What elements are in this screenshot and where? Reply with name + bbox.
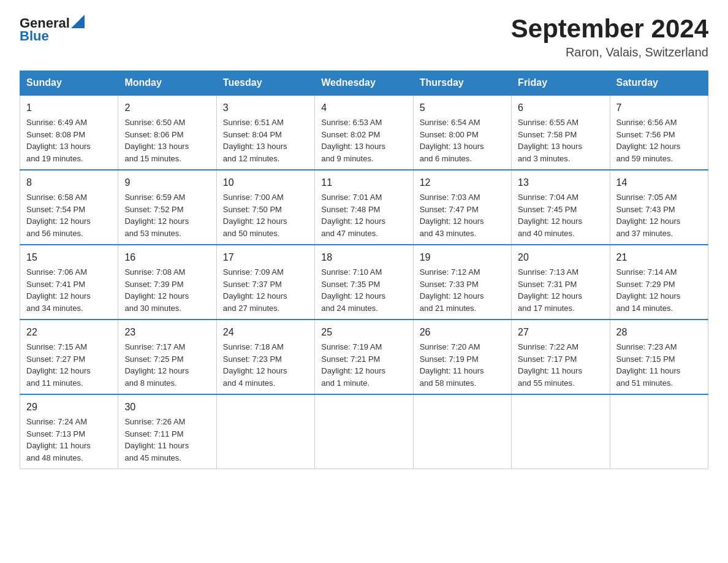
calendar-cell: 9Sunrise: 6:59 AM Sunset: 7:52 PM Daylig…: [118, 170, 216, 245]
calendar-cell: 8Sunrise: 6:58 AM Sunset: 7:54 PM Daylig…: [20, 170, 118, 245]
day-number: 13: [518, 175, 603, 190]
calendar-week-row: 1Sunrise: 6:49 AM Sunset: 8:08 PM Daylig…: [20, 95, 708, 170]
day-number: 17: [223, 250, 308, 265]
day-info: Sunrise: 6:54 AM Sunset: 8:00 PM Dayligh…: [420, 117, 505, 164]
calendar-week-row: 8Sunrise: 6:58 AM Sunset: 7:54 PM Daylig…: [20, 170, 708, 245]
calendar-cell: 16Sunrise: 7:08 AM Sunset: 7:39 PM Dayli…: [118, 245, 216, 320]
calendar-header-row: SundayMondayTuesdayWednesdayThursdayFrid…: [20, 71, 708, 96]
calendar-cell: 18Sunrise: 7:10 AM Sunset: 7:35 PM Dayli…: [315, 245, 413, 320]
calendar-cell: 23Sunrise: 7:17 AM Sunset: 7:25 PM Dayli…: [118, 320, 216, 394]
day-number: 12: [420, 175, 505, 190]
day-number: 10: [223, 175, 308, 190]
day-info: Sunrise: 6:51 AM Sunset: 8:04 PM Dayligh…: [223, 117, 308, 164]
day-info: Sunrise: 7:23 AM Sunset: 7:15 PM Dayligh…: [616, 341, 702, 389]
day-info: Sunrise: 6:50 AM Sunset: 8:06 PM Dayligh…: [124, 117, 210, 164]
calendar-cell: 26Sunrise: 7:20 AM Sunset: 7:19 PM Dayli…: [413, 320, 511, 394]
calendar-cell: [216, 394, 314, 469]
calendar-week-row: 15Sunrise: 7:06 AM Sunset: 7:41 PM Dayli…: [20, 245, 708, 320]
calendar-cell: [315, 394, 413, 469]
calendar-week-row: 29Sunrise: 7:24 AM Sunset: 7:13 PM Dayli…: [20, 394, 708, 469]
calendar-cell: 19Sunrise: 7:12 AM Sunset: 7:33 PM Dayli…: [413, 245, 511, 320]
day-info: Sunrise: 7:26 AM Sunset: 7:11 PM Dayligh…: [124, 416, 210, 464]
calendar-cell: 27Sunrise: 7:22 AM Sunset: 7:17 PM Dayli…: [512, 320, 610, 394]
svg-marker-0: [71, 15, 85, 28]
day-number: 7: [616, 101, 702, 115]
day-number: 21: [616, 250, 702, 265]
day-info: Sunrise: 7:03 AM Sunset: 7:47 PM Dayligh…: [420, 191, 505, 239]
day-info: Sunrise: 7:04 AM Sunset: 7:45 PM Dayligh…: [518, 191, 603, 239]
day-info: Sunrise: 7:08 AM Sunset: 7:39 PM Dayligh…: [124, 266, 210, 314]
day-number: 30: [124, 400, 210, 415]
calendar-cell: 6Sunrise: 6:55 AM Sunset: 7:58 PM Daylig…: [512, 95, 610, 170]
day-number: 29: [26, 400, 112, 415]
day-number: 23: [124, 325, 210, 340]
calendar-cell: 3Sunrise: 6:51 AM Sunset: 8:04 PM Daylig…: [216, 95, 314, 170]
day-number: 3: [223, 101, 308, 115]
day-info: Sunrise: 7:13 AM Sunset: 7:31 PM Dayligh…: [518, 266, 603, 314]
day-info: Sunrise: 7:17 AM Sunset: 7:25 PM Dayligh…: [124, 341, 210, 389]
day-number: 19: [420, 250, 505, 265]
calendar-cell: 20Sunrise: 7:13 AM Sunset: 7:31 PM Dayli…: [512, 245, 610, 320]
calendar-cell: 24Sunrise: 7:18 AM Sunset: 7:23 PM Dayli…: [216, 320, 314, 394]
day-header-friday: Friday: [512, 71, 610, 96]
calendar-cell: 25Sunrise: 7:19 AM Sunset: 7:21 PM Dayli…: [315, 320, 413, 394]
calendar-cell: 12Sunrise: 7:03 AM Sunset: 7:47 PM Dayli…: [413, 170, 511, 245]
calendar-cell: 22Sunrise: 7:15 AM Sunset: 7:27 PM Dayli…: [20, 320, 118, 394]
calendar-table: SundayMondayTuesdayWednesdayThursdayFrid…: [20, 71, 708, 469]
day-number: 4: [321, 101, 406, 115]
day-info: Sunrise: 7:22 AM Sunset: 7:17 PM Dayligh…: [518, 341, 603, 389]
day-info: Sunrise: 7:09 AM Sunset: 7:37 PM Dayligh…: [223, 266, 308, 314]
day-info: Sunrise: 6:59 AM Sunset: 7:52 PM Dayligh…: [124, 191, 210, 239]
calendar-cell: 2Sunrise: 6:50 AM Sunset: 8:06 PM Daylig…: [118, 95, 216, 170]
day-number: 18: [321, 250, 406, 265]
day-info: Sunrise: 7:19 AM Sunset: 7:21 PM Dayligh…: [321, 341, 406, 389]
day-number: 24: [223, 325, 308, 340]
day-number: 26: [420, 325, 505, 340]
title-block: September 2024 Raron, Valais, Switzerlan…: [511, 15, 708, 59]
logo: General Blue: [20, 15, 85, 44]
day-info: Sunrise: 6:53 AM Sunset: 8:02 PM Dayligh…: [321, 117, 406, 164]
logo-text-blue: Blue: [20, 28, 49, 44]
day-number: 8: [26, 175, 112, 190]
day-number: 22: [26, 325, 112, 340]
day-info: Sunrise: 7:18 AM Sunset: 7:23 PM Dayligh…: [223, 341, 308, 389]
day-header-tuesday: Tuesday: [216, 71, 314, 96]
calendar-cell: 29Sunrise: 7:24 AM Sunset: 7:13 PM Dayli…: [20, 394, 118, 469]
day-number: 14: [616, 175, 702, 190]
day-number: 11: [321, 175, 406, 190]
day-number: 6: [518, 101, 603, 115]
day-header-thursday: Thursday: [413, 71, 511, 96]
calendar-cell: 11Sunrise: 7:01 AM Sunset: 7:48 PM Dayli…: [315, 170, 413, 245]
day-info: Sunrise: 7:05 AM Sunset: 7:43 PM Dayligh…: [616, 191, 702, 239]
day-info: Sunrise: 7:12 AM Sunset: 7:33 PM Dayligh…: [420, 266, 505, 314]
calendar-cell: 21Sunrise: 7:14 AM Sunset: 7:29 PM Dayli…: [610, 245, 708, 320]
day-info: Sunrise: 7:10 AM Sunset: 7:35 PM Dayligh…: [321, 266, 406, 314]
day-info: Sunrise: 7:24 AM Sunset: 7:13 PM Dayligh…: [26, 416, 112, 464]
day-info: Sunrise: 6:56 AM Sunset: 7:56 PM Dayligh…: [616, 117, 702, 164]
day-info: Sunrise: 7:14 AM Sunset: 7:29 PM Dayligh…: [616, 266, 702, 314]
calendar-cell: 14Sunrise: 7:05 AM Sunset: 7:43 PM Dayli…: [610, 170, 708, 245]
calendar-cell: 7Sunrise: 6:56 AM Sunset: 7:56 PM Daylig…: [610, 95, 708, 170]
day-header-saturday: Saturday: [610, 71, 708, 96]
day-number: 25: [321, 325, 406, 340]
calendar-cell: 17Sunrise: 7:09 AM Sunset: 7:37 PM Dayli…: [216, 245, 314, 320]
day-info: Sunrise: 6:55 AM Sunset: 7:58 PM Dayligh…: [518, 117, 603, 164]
page-header: General Blue September 2024 Raron, Valai…: [20, 15, 708, 59]
day-number: 2: [124, 101, 210, 115]
calendar-cell: 30Sunrise: 7:26 AM Sunset: 7:11 PM Dayli…: [118, 394, 216, 469]
calendar-cell: 28Sunrise: 7:23 AM Sunset: 7:15 PM Dayli…: [610, 320, 708, 394]
calendar-cell: [512, 394, 610, 469]
day-number: 27: [518, 325, 603, 340]
day-info: Sunrise: 7:01 AM Sunset: 7:48 PM Dayligh…: [321, 191, 406, 239]
calendar-cell: 1Sunrise: 6:49 AM Sunset: 8:08 PM Daylig…: [20, 95, 118, 170]
day-info: Sunrise: 7:00 AM Sunset: 7:50 PM Dayligh…: [223, 191, 308, 239]
calendar-cell: 15Sunrise: 7:06 AM Sunset: 7:41 PM Dayli…: [20, 245, 118, 320]
day-header-sunday: Sunday: [20, 71, 118, 96]
day-number: 15: [26, 250, 112, 265]
calendar-title: September 2024: [511, 15, 708, 43]
calendar-cell: 4Sunrise: 6:53 AM Sunset: 8:02 PM Daylig…: [315, 95, 413, 170]
day-info: Sunrise: 7:15 AM Sunset: 7:27 PM Dayligh…: [26, 341, 112, 389]
calendar-location: Raron, Valais, Switzerland: [511, 45, 708, 59]
calendar-cell: 5Sunrise: 6:54 AM Sunset: 8:00 PM Daylig…: [413, 95, 511, 170]
calendar-cell: [413, 394, 511, 469]
